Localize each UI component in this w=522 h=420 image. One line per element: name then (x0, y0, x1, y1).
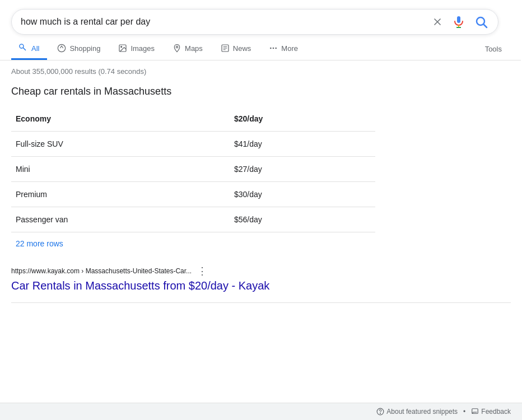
rental-table: Economy $20/day Full-size SUV $41/day Mi… (11, 106, 375, 232)
row-label: Full-size SUV (11, 132, 230, 157)
source-section: https://www.kayak.com › Massachusetts-Un… (0, 255, 392, 297)
images-icon (118, 44, 127, 53)
source-options-button[interactable]: ⋮ (195, 264, 209, 278)
tab-shopping-label: Shopping (69, 44, 100, 53)
svg-line-6 (484, 25, 487, 28)
svg-rect-2 (457, 16, 460, 23)
mic-button[interactable] (451, 14, 467, 30)
results-count: About 355,000,000 results (0.74 seconds) (0, 60, 522, 81)
search-bar-wrapper: how much is a rental car per day (0, 0, 522, 35)
search-icon (474, 15, 488, 29)
result-title-link[interactable]: Car Rentals in Massachusetts from $20/da… (11, 279, 381, 292)
row-price: $20/day (230, 106, 375, 132)
table-row: Mini $27/day (11, 157, 375, 182)
row-price: $30/day (230, 182, 375, 207)
table-row: Premium $30/day (11, 182, 375, 207)
maps-icon (173, 44, 181, 53)
tab-more[interactable]: More (261, 38, 306, 60)
search-button[interactable] (473, 14, 489, 30)
more-rows-link[interactable]: 22 more rows (0, 232, 522, 255)
svg-line-8 (24, 48, 26, 50)
table-row: Passenger van $56/day (11, 207, 375, 232)
svg-point-19 (276, 48, 277, 49)
source-url-row: https://www.kayak.com › Massachusetts-Un… (11, 264, 381, 278)
row-label: Economy (11, 106, 230, 132)
row-price: $41/day (230, 132, 375, 157)
nav-tabs: All Shopping Images Maps (0, 35, 521, 60)
svg-point-18 (273, 48, 274, 49)
tab-maps-label: Maps (185, 44, 203, 53)
tab-images-label: Images (130, 44, 155, 53)
row-label: Mini (11, 157, 230, 182)
tab-images[interactable]: Images (110, 38, 162, 60)
search-bar: how much is a rental car per day (11, 9, 498, 35)
tab-maps[interactable]: Maps (165, 38, 211, 60)
tools-button[interactable]: Tools (477, 39, 510, 59)
tab-all[interactable]: All (11, 38, 47, 60)
tab-news-label: News (233, 44, 251, 53)
svg-point-7 (20, 44, 24, 48)
row-price: $27/day (230, 157, 375, 182)
tab-all-label: All (31, 44, 39, 53)
search-icons (431, 14, 489, 30)
svg-point-17 (270, 48, 272, 49)
row-label: Passenger van (11, 207, 230, 232)
featured-snippet: Cheap car rentals in Massachusetts (0, 81, 392, 97)
shopping-icon (57, 44, 66, 53)
clear-button[interactable] (431, 15, 444, 29)
all-icon (19, 44, 28, 53)
svg-point-11 (121, 46, 122, 48)
row-price: $56/day (230, 207, 375, 232)
result-divider (11, 302, 511, 303)
search-input[interactable]: how much is a rental car per day (21, 17, 425, 27)
close-icon (432, 16, 443, 27)
svg-point-12 (176, 46, 178, 48)
tab-shopping[interactable]: Shopping (49, 38, 108, 60)
snippet-title: Cheap car rentals in Massachusetts (11, 86, 381, 97)
table-row: Economy $20/day (11, 106, 375, 132)
nav-left: All Shopping Images Maps (11, 38, 306, 60)
source-url: https://www.kayak.com › Massachusetts-Un… (11, 267, 192, 275)
tab-more-label: More (281, 44, 298, 53)
more-dots-icon (269, 44, 278, 53)
news-icon (221, 44, 230, 53)
tab-news[interactable]: News (213, 38, 259, 60)
mic-icon (452, 15, 465, 29)
table-row: Full-size SUV $41/day (11, 132, 375, 157)
row-label: Premium (11, 182, 230, 207)
